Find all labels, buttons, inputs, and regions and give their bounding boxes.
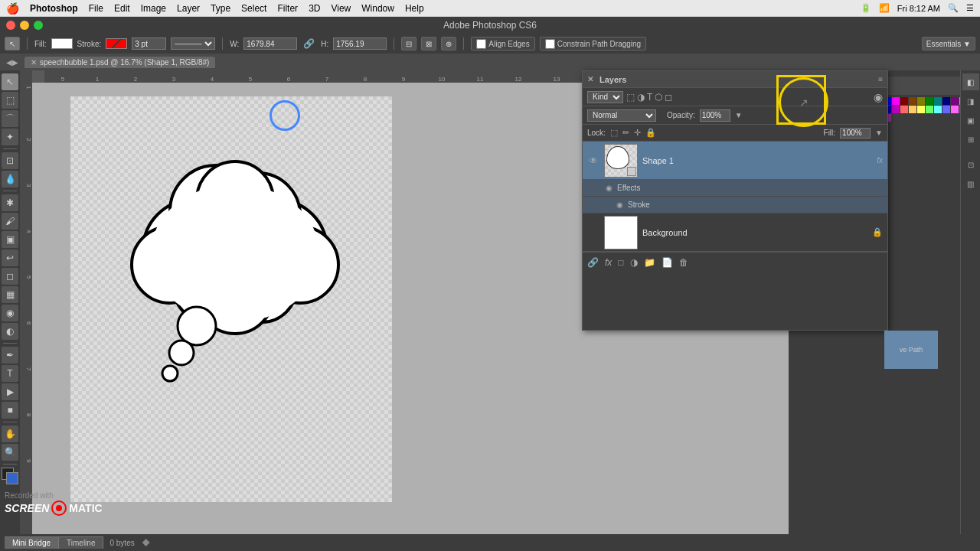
new-group-btn[interactable]: 📁 xyxy=(644,257,655,268)
add-adjustment-btn[interactable]: ◑ xyxy=(630,257,638,268)
align-edges-checkbox[interactable] xyxy=(476,39,486,49)
text-tool[interactable]: T xyxy=(2,365,18,382)
close-tab-btn[interactable]: ✕ xyxy=(31,58,37,67)
move-tool[interactable]: ↖ xyxy=(2,73,18,90)
marquee-tool[interactable]: ⬚ xyxy=(2,92,18,109)
swatch-magenta[interactable] xyxy=(892,97,900,105)
swatch[interactable] xyxy=(926,106,933,113)
layers-list[interactable]: 👁 Shape 1 fx ↗ ◉ xyxy=(583,142,887,252)
apple-menu[interactable]: 🍎 xyxy=(6,2,19,15)
width-input[interactable] xyxy=(243,37,297,50)
lock-position-btn[interactable]: ✛ xyxy=(634,128,641,138)
spot-heal-tool[interactable]: ✱ xyxy=(2,194,18,211)
blend-mode-select[interactable]: Normal xyxy=(587,109,656,122)
layers-panel-close[interactable]: ✕ xyxy=(587,75,593,83)
gradient-tool[interactable]: ▦ xyxy=(2,286,18,303)
file-menu[interactable]: File xyxy=(89,3,103,14)
filter-type-btn[interactable]: T xyxy=(647,92,652,103)
fill-input[interactable] xyxy=(840,128,871,139)
dodge-tool[interactable]: ◐ xyxy=(2,323,18,340)
layer-item-shape1[interactable]: 👁 Shape 1 fx ↗ xyxy=(583,142,887,180)
swatch[interactable] xyxy=(900,97,908,105)
eyedropper-tool[interactable]: 💧 xyxy=(2,171,18,187)
swatch[interactable] xyxy=(900,106,908,113)
swatch[interactable] xyxy=(909,97,916,105)
shape-tool[interactable]: ■ xyxy=(2,402,18,419)
panels-toggle[interactable]: ◀▶ xyxy=(6,58,18,67)
edit-menu[interactable]: Edit xyxy=(114,3,130,14)
crop-tool[interactable]: ⊡ xyxy=(2,152,18,169)
lock-pixels-btn[interactable]: ✏ xyxy=(622,128,629,138)
essentials-btn[interactable]: Essentials ▼ xyxy=(922,37,975,51)
panel-icon-6[interactable]: ▥ xyxy=(962,175,979,192)
zoom-tool[interactable]: 🔍 xyxy=(2,444,18,461)
lock-transparent-btn[interactable]: ⬚ xyxy=(610,128,618,138)
select-menu[interactable]: Select xyxy=(241,3,266,14)
constrain-path-btn[interactable]: Constrain Path Dragging xyxy=(540,37,647,51)
lock-all-btn[interactable]: 🔒 xyxy=(645,128,656,138)
layer-eye-shape1[interactable]: 👁 xyxy=(587,155,599,166)
align-edges-btn[interactable]: Align Edges xyxy=(471,37,534,51)
path-select-tool[interactable]: ▶ xyxy=(2,383,18,400)
search-icon[interactable]: 🔍 xyxy=(948,3,959,13)
add-mask-btn[interactable]: □ xyxy=(618,257,623,268)
panel-icon-2[interactable]: ◨ xyxy=(962,93,979,109)
filter-shape-btn[interactable]: ⬡ xyxy=(655,92,662,103)
app-menu[interactable]: Photoshop xyxy=(30,3,78,14)
magic-wand-tool[interactable]: ✦ xyxy=(2,129,18,145)
filter-menu[interactable]: Filter xyxy=(277,3,298,14)
view-menu[interactable]: View xyxy=(331,3,351,14)
menu-icon[interactable]: ☰ xyxy=(966,3,974,13)
clone-tool[interactable]: ▣ xyxy=(2,231,18,248)
stroke-type-select[interactable]: ───── xyxy=(171,37,215,50)
fill-swatch[interactable] xyxy=(51,38,73,49)
layer-sub-effects[interactable]: ◉ Effects xyxy=(583,180,887,197)
panel-icon-3[interactable]: ▣ xyxy=(962,112,979,129)
3d-menu[interactable]: 3D xyxy=(309,3,320,14)
transform-btn-2[interactable]: ⊠ xyxy=(421,37,436,51)
opacity-arrow[interactable]: ▼ xyxy=(735,111,743,119)
panel-icon-4[interactable]: ⊞ xyxy=(962,131,979,148)
stroke-size-input[interactable] xyxy=(132,37,166,50)
mini-bridge-tab[interactable]: Mini Bridge xyxy=(5,536,59,549)
panel-icon-1[interactable]: ◧ xyxy=(962,73,979,90)
height-input[interactable] xyxy=(333,37,387,50)
link-layers-btn[interactable]: 🔗 xyxy=(587,257,599,268)
transform-btn-3[interactable]: ⊕ xyxy=(441,37,456,51)
delete-layer-btn[interactable]: 🗑 xyxy=(679,257,688,268)
swatch[interactable] xyxy=(934,106,942,113)
layer-menu[interactable]: Layer xyxy=(177,3,200,14)
layers-panel-menu[interactable]: ≡ xyxy=(878,75,883,83)
swatch[interactable] xyxy=(909,106,916,113)
blur-tool[interactable]: ◉ xyxy=(2,305,18,321)
swatch[interactable] xyxy=(934,97,942,105)
maximize-button[interactable] xyxy=(34,21,43,30)
eraser-tool[interactable]: ◻ xyxy=(2,268,18,285)
new-layer-btn[interactable]: 📄 xyxy=(662,257,673,268)
scroll-right-btn[interactable] xyxy=(142,539,150,546)
minimize-button[interactable] xyxy=(20,21,29,30)
filter-smart-btn[interactable]: ◻ xyxy=(665,92,672,103)
swatch[interactable] xyxy=(951,106,959,113)
history-brush[interactable]: ↩ xyxy=(2,249,18,266)
brush-tool[interactable]: 🖌 xyxy=(2,213,18,230)
type-menu[interactable]: Type xyxy=(211,3,230,14)
document-canvas[interactable] xyxy=(70,96,392,502)
swatch[interactable] xyxy=(917,106,925,113)
window-menu[interactable]: Window xyxy=(361,3,394,14)
filter-pixel-btn[interactable]: ⬚ xyxy=(626,92,635,103)
timeline-tab[interactable]: Timeline xyxy=(59,536,103,549)
chain-icon[interactable]: 🔗 xyxy=(303,38,315,49)
stroke-swatch[interactable] xyxy=(106,38,127,49)
layer-fx-shape1[interactable]: fx xyxy=(877,156,883,165)
add-style-btn[interactable]: fx xyxy=(605,257,612,268)
panel-icon-5[interactable]: ⊡ xyxy=(962,156,979,173)
filter-toggle-btn[interactable]: ◉ xyxy=(874,91,883,103)
color-swatches[interactable] xyxy=(2,468,18,487)
swatch[interactable] xyxy=(926,97,933,105)
swatch[interactable] xyxy=(951,97,959,105)
doc-tab[interactable]: ✕ speechbubble 1.psd @ 16.7% (Shape 1, R… xyxy=(24,57,215,68)
lasso-tool[interactable]: ⌒ xyxy=(2,110,18,127)
image-menu[interactable]: Image xyxy=(141,3,166,14)
swatch[interactable] xyxy=(892,106,900,113)
